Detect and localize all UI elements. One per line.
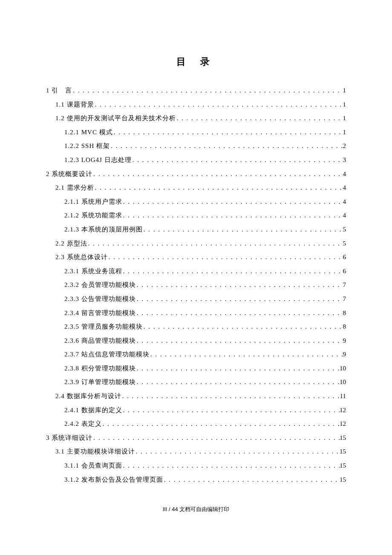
toc-entry: 2.3.1 系统业务流程 . . . . . . . . . . . . . .…: [46, 264, 346, 278]
toc-entry-page: 7: [343, 292, 346, 306]
toc-entry-label: 2.3.8 积分管理功能模块: [64, 361, 136, 376]
toc-entry-label: 2.4.2 表定义: [64, 417, 102, 431]
toc-entry-page: 15: [340, 445, 346, 459]
toc-entry: 2.3.2 会员管理功能模块 . . . . . . . . . . . . .…: [46, 278, 346, 292]
toc-entry: 2.1.2 系统功能需求 . . . . . . . . . . . . . .…: [46, 208, 346, 223]
toc-entry-label: 2.3.2 会员管理功能模块: [64, 278, 136, 292]
toc-entry-label: 2.1.1 系统用户需求: [64, 195, 122, 209]
toc-entry-page: 4: [343, 208, 346, 223]
toc-leader-dots: . . . . . . . . . . . . . . . . . . . . …: [72, 84, 343, 98]
toc-entry: 2.1.3 本系统的顶层用例图 . . . . . . . . . . . . …: [46, 223, 346, 237]
toc-entry-page: 1: [343, 125, 346, 139]
toc-entry: 2.3.3 公告管理功能模块 . . . . . . . . . . . . .…: [46, 292, 346, 306]
toc-leader-dots: . . . . . . . . . . . . . . . . . . . . …: [143, 320, 343, 334]
toc-leader-dots: . . . . . . . . . . . . . . . . . . . . …: [122, 264, 343, 278]
toc-leader-dots: . . . . . . . . . . . . . . . . . . . . …: [102, 417, 340, 431]
toc-entry-page: 1: [343, 98, 346, 112]
toc-entry-label: 3.1.1 会员查询页面: [64, 459, 122, 473]
toc-entry-label: 2.4.1 数据库的定义: [64, 403, 122, 417]
toc-entry-page: 5: [343, 237, 346, 251]
toc-leader-dots: . . . . . . . . . . . . . . . . . . . . …: [176, 111, 343, 125]
toc-leader-dots: . . . . . . . . . . . . . . . . . . . . …: [121, 389, 340, 403]
toc-entry-label: 2.3.9 订单管理功能模块: [64, 375, 136, 389]
toc-entry: 3.1 主要功能模块详细设计 . . . . . . . . . . . . .…: [46, 445, 346, 459]
toc-entry: 2.3.4 留言管理功能模块 . . . . . . . . . . . . .…: [46, 306, 346, 320]
toc-entry-label: 2.1.2 系统功能需求: [64, 208, 122, 223]
toc-entry-page: 4: [343, 181, 346, 195]
toc-entry-label: 2.4 数据库分析与设计: [55, 389, 121, 403]
toc-leader-dots: . . . . . . . . . . . . . . . . . . . . …: [163, 473, 340, 487]
toc-entry: 2.4.2 表定义 . . . . . . . . . . . . . . . …: [46, 417, 346, 431]
toc-entry-page: 8: [343, 320, 346, 334]
toc-entry-label: 2.1 需求分析: [55, 181, 94, 195]
document-page: 目 录 1 引 言 . . . . . . . . . . . . . . . …: [0, 0, 392, 486]
toc-entry-page: 10: [340, 361, 346, 376]
toc-entry-page: 6: [343, 250, 346, 264]
toc-container: 1 引 言 . . . . . . . . . . . . . . . . . …: [46, 84, 346, 486]
toc-leader-dots: . . . . . . . . . . . . . . . . . . . . …: [132, 153, 343, 167]
toc-entry: 1.1 课题背景 . . . . . . . . . . . . . . . .…: [46, 98, 346, 112]
toc-entry-page: 3: [343, 153, 346, 167]
toc-entry-page: 15: [340, 431, 346, 445]
toc-entry: 1.2 使用的开发测试平台及相关技术分析 . . . . . . . . . .…: [46, 111, 346, 125]
toc-leader-dots: . . . . . . . . . . . . . . . . . . . . …: [136, 292, 343, 306]
toc-leader-dots: . . . . . . . . . . . . . . . . . . . . …: [135, 445, 340, 459]
toc-entry-page: 9: [343, 347, 346, 361]
toc-entry: 2.3.6 商品管理功能模块 . . . . . . . . . . . . .…: [46, 334, 346, 348]
toc-entry: 3.1.2 发布新公告及公告管理页面 . . . . . . . . . . .…: [46, 473, 346, 487]
toc-entry-page: 1: [343, 111, 346, 125]
toc-entry-label: 1.2 使用的开发测试平台及相关技术分析: [55, 111, 176, 125]
toc-title: 目 录: [46, 55, 346, 68]
toc-leader-dots: . . . . . . . . . . . . . . . . . . . . …: [87, 237, 343, 251]
toc-entry-page: 11: [340, 389, 346, 403]
toc-leader-dots: . . . . . . . . . . . . . . . . . . . . …: [108, 250, 343, 264]
toc-entry-page: 15: [340, 459, 346, 473]
toc-entry-page: 2: [343, 139, 346, 153]
toc-entry-page: 6: [343, 264, 346, 278]
toc-entry-label: 2.3.6 商品管理功能模块: [64, 334, 136, 348]
toc-leader-dots: . . . . . . . . . . . . . . . . . . . . …: [136, 306, 343, 320]
toc-entry-page: 12: [340, 403, 346, 417]
toc-entry-label: 2.3.4 留言管理功能模块: [64, 306, 136, 320]
toc-leader-dots: . . . . . . . . . . . . . . . . . . . . …: [113, 125, 343, 139]
toc-entry-page: 4: [343, 167, 346, 181]
toc-entry: 3.1.1 会员查询页面 . . . . . . . . . . . . . .…: [46, 459, 346, 473]
toc-entry: 2.3 系统总体设计 . . . . . . . . . . . . . . .…: [46, 250, 346, 264]
toc-entry: 2.3.9 订单管理功能模块 . . . . . . . . . . . . .…: [46, 375, 346, 389]
toc-entry-label: 1.1 课题背景: [55, 98, 94, 112]
toc-leader-dots: . . . . . . . . . . . . . . . . . . . . …: [122, 208, 343, 223]
toc-leader-dots: . . . . . . . . . . . . . . . . . . . . …: [136, 375, 340, 389]
toc-leader-dots: . . . . . . . . . . . . . . . . . . . . …: [136, 278, 343, 292]
toc-entry: 1.2.3 LOG4J 日志处理 . . . . . . . . . . . .…: [46, 153, 346, 167]
toc-leader-dots: . . . . . . . . . . . . . . . . . . . . …: [122, 195, 343, 209]
toc-entry: 2.3.8 积分管理功能模块 . . . . . . . . . . . . .…: [46, 361, 346, 376]
toc-leader-dots: . . . . . . . . . . . . . . . . . . . . …: [150, 347, 343, 361]
toc-leader-dots: . . . . . . . . . . . . . . . . . . . . …: [122, 403, 340, 417]
toc-entry-page: 1: [343, 84, 346, 98]
toc-entry-label: 1 引 言: [46, 84, 72, 98]
toc-entry-page: 15: [340, 473, 346, 487]
toc-entry: 3 系统详细设计 . . . . . . . . . . . . . . . .…: [46, 431, 346, 445]
toc-leader-dots: . . . . . . . . . . . . . . . . . . . . …: [143, 223, 343, 237]
toc-leader-dots: . . . . . . . . . . . . . . . . . . . . …: [92, 431, 340, 445]
toc-leader-dots: . . . . . . . . . . . . . . . . . . . . …: [92, 167, 343, 181]
toc-entry: 2.1 需求分析 . . . . . . . . . . . . . . . .…: [46, 181, 346, 195]
toc-entry-label: 2.2 原型法: [55, 237, 87, 251]
toc-leader-dots: . . . . . . . . . . . . . . . . . . . . …: [136, 361, 340, 376]
toc-leader-dots: . . . . . . . . . . . . . . . . . . . . …: [94, 98, 343, 112]
toc-entry-page: 4: [343, 195, 346, 209]
page-footer: III / 44 文档可自由编辑打印: [0, 506, 392, 513]
toc-entry-label: 2.3.7 站点信息管理功能模块: [64, 347, 150, 361]
toc-entry: 2.3.5 管理员服务功能模块 . . . . . . . . . . . . …: [46, 320, 346, 334]
toc-entry-page: 5: [343, 223, 346, 237]
toc-entry: 1.2.1 MVC 模式 . . . . . . . . . . . . . .…: [46, 125, 346, 139]
toc-entry: 1.2.2 SSH 框架 . . . . . . . . . . . . . .…: [46, 139, 346, 153]
toc-leader-dots: . . . . . . . . . . . . . . . . . . . . …: [136, 334, 343, 348]
toc-entry-label: 1.2.3 LOG4J 日志处理: [64, 153, 132, 167]
toc-entry-label: 2.3.5 管理员服务功能模块: [64, 320, 143, 334]
toc-entry-label: 2.3.3 公告管理功能模块: [64, 292, 136, 306]
toc-entry-label: 3.1 主要功能模块详细设计: [55, 445, 135, 459]
toc-entry-label: 2 系统概要设计: [46, 167, 92, 181]
toc-entry: 2 系统概要设计 . . . . . . . . . . . . . . . .…: [46, 167, 346, 181]
toc-entry-page: 8: [343, 306, 346, 320]
